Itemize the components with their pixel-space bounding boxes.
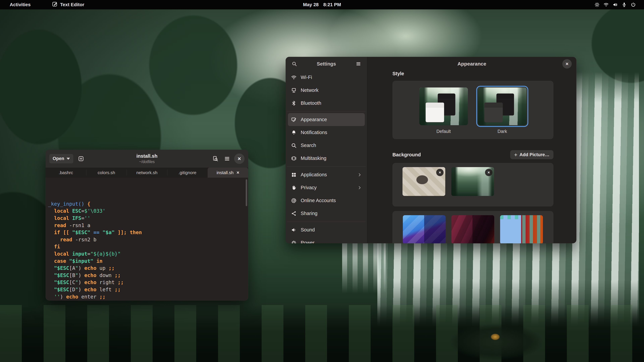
night-light-icon[interactable]	[594, 2, 600, 7]
network-icon	[291, 87, 297, 93]
search-icon	[291, 143, 297, 148]
sidebar-item-wi-fi[interactable]: Wi-Fi	[288, 71, 365, 84]
window-close-button[interactable]: ×	[234, 153, 244, 164]
activities-button[interactable]: Activities	[8, 1, 33, 8]
editor-tab-gitignore[interactable]: .gitignore	[167, 168, 208, 178]
editor-title-block: install.sh ~/dotfiles	[136, 153, 158, 164]
sidebar-item-label: Bluetooth	[301, 100, 321, 106]
wifi-icon	[291, 75, 297, 80]
sidebar-item-power[interactable]: Power	[288, 236, 365, 243]
document-title: install.sh	[136, 153, 158, 159]
sidebar-item-label: Applications	[301, 172, 327, 177]
sidebar-item-multitasking[interactable]: Multitasking	[288, 152, 365, 165]
multitasking-icon	[291, 156, 297, 161]
at-icon	[291, 198, 297, 203]
search-button[interactable]	[290, 59, 299, 68]
chevron-right-icon	[358, 173, 362, 177]
sidebar-item-search[interactable]: Search	[288, 139, 365, 152]
chevron-right-icon	[358, 186, 362, 190]
microphone-icon[interactable]	[622, 2, 627, 7]
remove-wallpaper-button[interactable]: ×	[485, 169, 492, 176]
new-tab-button[interactable]	[76, 154, 86, 163]
sidebar-item-online-accounts[interactable]: Online Accounts	[288, 194, 365, 207]
open-button[interactable]: Open	[49, 154, 73, 163]
system-tray[interactable]	[594, 2, 636, 7]
remove-wallpaper-button[interactable]: ×	[436, 169, 444, 176]
app-menu[interactable]: Text Editor	[50, 1, 87, 9]
code-line: local input="${a}${b}"	[48, 250, 248, 258]
sidebar-item-sharing[interactable]: Sharing	[288, 207, 365, 220]
chevron-down-icon	[66, 158, 70, 160]
settings-close-button[interactable]: ×	[562, 59, 572, 68]
style-option-label: Default	[436, 129, 451, 134]
sidebar-item-label: Appearance	[301, 117, 327, 122]
top-bar: Activities Text Editor May 28 8:21 PM	[0, 0, 644, 9]
editor-scrollbar[interactable]	[246, 179, 247, 206]
tab-label: install.sh	[216, 170, 234, 175]
blue-orange-drips-wallpaper[interactable]	[500, 215, 543, 243]
power-icon[interactable]	[630, 2, 636, 7]
sidebar-item-label: Sound	[301, 227, 315, 233]
sidebar-item-label: Power	[301, 240, 314, 243]
apps-icon	[291, 172, 297, 178]
blue-purple-geometric-wallpaper[interactable]	[403, 215, 446, 243]
editor-header-actions: ×	[211, 153, 244, 164]
tab-close-button[interactable]: ×	[237, 170, 239, 175]
power-icon	[291, 240, 297, 244]
style-dark-thumbnail[interactable]	[478, 87, 526, 125]
thumb-front-window	[426, 103, 444, 122]
forest-waterfall-wallpaper[interactable]: ×	[451, 167, 494, 196]
settings-nav-list: Wi-FiNetworkBluetoothAppearanceNotificat…	[286, 71, 367, 243]
editor-tab-bar: .bashrccolors.shnetwork.sh.gitignoreinst…	[46, 168, 248, 178]
sidebar-item-applications[interactable]: Applications	[288, 168, 365, 181]
document-search-button[interactable]	[211, 154, 220, 163]
sidebar-item-notifications[interactable]: Notifications	[288, 126, 365, 139]
primary-menu-button[interactable]	[354, 59, 363, 68]
code-line: "$ESC[A") echo up ;;	[48, 265, 248, 272]
appearance-icon	[291, 117, 297, 122]
menu-button[interactable]	[222, 154, 232, 163]
editor-tab-bashrc[interactable]: .bashrc	[46, 168, 86, 178]
sidebar-item-privacy[interactable]: Privacy	[288, 181, 365, 194]
background-section-label: Background	[392, 152, 421, 158]
add-picture-label: Add Picture…	[520, 152, 550, 157]
editor-headerbar: Open install.sh ~/dotfiles	[46, 150, 248, 168]
sidebar-divider	[287, 222, 366, 222]
style-option-default[interactable]: Default	[419, 87, 468, 139]
sidebar-item-label: Network	[301, 87, 318, 93]
editor-tab-network-sh[interactable]: network.sh	[126, 168, 167, 178]
code-line: "$ESC[C") echo right ;;	[48, 279, 248, 286]
code-line: _key_input() {	[48, 200, 248, 208]
sidebar-item-network[interactable]: Network	[288, 84, 365, 97]
background-variants-card	[392, 211, 554, 243]
share-icon	[291, 211, 297, 216]
editor-tab-install-sh[interactable]: install.sh×	[208, 168, 248, 178]
close-icon: ×	[238, 155, 241, 162]
settings-sidebar: Settings Wi-FiNetworkBluetoothAppearance…	[286, 57, 367, 243]
code-line: local IFS=''	[48, 215, 248, 222]
gnome-tiles-wallpaper[interactable]: ×	[402, 167, 445, 196]
sidebar-item-bluetooth[interactable]: Bluetooth	[288, 97, 365, 110]
sidebar-item-sound[interactable]: Sound	[288, 223, 365, 236]
bell-icon	[291, 130, 297, 135]
add-picture-button[interactable]: + Add Picture…	[510, 150, 554, 159]
code-line: read -rsn2 b	[48, 236, 248, 243]
style-default-thumbnail[interactable]	[419, 87, 468, 125]
style-option-dark[interactable]: Dark	[478, 87, 526, 139]
editor-tab-colors-sh[interactable]: colors.sh	[86, 168, 127, 178]
sidebar-item-appearance[interactable]: Appearance	[288, 113, 365, 126]
wallpaper-ground	[0, 305, 644, 362]
clock-time: 8:21 PM	[323, 2, 341, 7]
bluetooth-icon	[291, 100, 297, 106]
code-view[interactable]: _key_input() { local ESC=$'\033' local I…	[46, 178, 248, 301]
code-line: case "$input" in	[48, 258, 248, 265]
maroon-waves-wallpaper[interactable]	[452, 215, 494, 243]
style-section-label: Style	[392, 71, 554, 76]
wifi-icon[interactable]	[604, 2, 609, 7]
code-line: ' ') echo space ;;	[48, 300, 248, 301]
clock[interactable]: May 28 8:21 PM	[303, 2, 341, 7]
sidebar-item-label: Sharing	[301, 211, 318, 216]
volume-icon[interactable]	[612, 2, 618, 7]
code-line: "$ESC[B") echo down ;;	[48, 272, 248, 279]
open-button-label: Open	[53, 156, 64, 161]
